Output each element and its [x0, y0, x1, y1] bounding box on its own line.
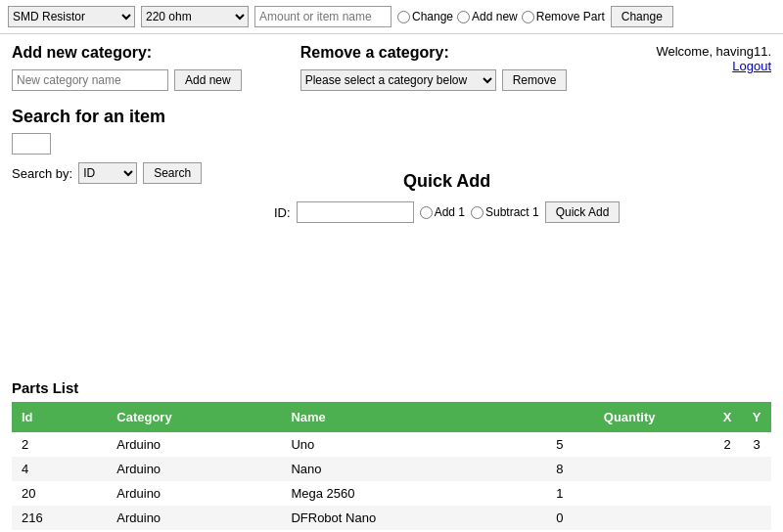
radio-change-text: Change — [412, 10, 453, 23]
quick-add-button[interactable]: Quick Add — [545, 201, 621, 223]
radio-removepart-label[interactable]: Remove Part — [522, 10, 605, 23]
radio-addnew-label[interactable]: Add new — [457, 10, 518, 23]
category-select[interactable]: SMD Resistor Arduino Bluetooth Capacitor — [8, 6, 135, 27]
cell-category: Arduino — [107, 481, 281, 506]
cell-name: DFRobot Nano — [281, 506, 546, 530]
welcome-area: Welcome, having11. Logout — [656, 44, 771, 73]
cell-x — [713, 481, 742, 506]
quick-add-subtract1-radio[interactable] — [471, 206, 484, 219]
item-name-input[interactable] — [254, 6, 392, 27]
radio-change-label[interactable]: Change — [397, 10, 453, 23]
cell-category: Arduino — [107, 506, 281, 530]
parts-table-header: Id Category Name Quantity X Y — [12, 402, 771, 432]
remove-category-button[interactable]: Remove — [502, 69, 568, 91]
welcome-text: Welcome, having11. — [656, 44, 771, 59]
cell-id: 20 — [12, 481, 107, 506]
parts-table-body: 2 Arduino Uno 5 2 3 4 Arduino Nano 8 20 … — [12, 432, 771, 532]
add-new-button[interactable]: Add new — [174, 69, 242, 91]
radio-addnew-text: Add new — [472, 10, 518, 23]
table-row: 216 Arduino DFRobot Nano 0 — [12, 506, 771, 530]
quick-add-section: Quick Add ID: Add 1 Subtract 1 Quick Add — [274, 171, 620, 223]
add-category-section: Add new category: Add new — [12, 44, 242, 91]
col-header-id: Id — [12, 402, 107, 432]
logout-link[interactable]: Logout — [732, 59, 771, 73]
col-header-name: Name — [281, 402, 546, 432]
remove-category-section: Remove a category: Please select a categ… — [300, 44, 568, 91]
action-radio-group: Change Add new Remove Part — [397, 10, 605, 23]
cell-x — [713, 506, 742, 530]
radio-addnew[interactable] — [457, 11, 470, 23]
quick-add-add1-radio[interactable] — [420, 206, 433, 219]
cell-id: 216 — [12, 506, 107, 530]
cell-id: 2 — [12, 432, 107, 457]
cell-x — [713, 457, 742, 481]
table-row: 4 Arduino Nano 8 — [12, 457, 771, 481]
quick-add-subtract1-text: Subtract 1 — [485, 205, 539, 219]
search-button[interactable]: Search — [143, 162, 202, 184]
quick-add-title: Quick Add — [274, 171, 620, 192]
cell-y: 3 — [742, 432, 771, 457]
parts-table-header-row: Id Category Name Quantity X Y — [12, 402, 771, 432]
cell-name: Nano — [281, 457, 546, 481]
value-select[interactable]: 220 ohm 100 ohm 470 ohm — [141, 6, 249, 27]
main-content: Welcome, having11. Logout Add new catego… — [0, 34, 783, 532]
search-title: Search for an item — [12, 107, 771, 127]
quick-add-id-input[interactable] — [297, 201, 414, 223]
add-category-title: Add new category: — [12, 44, 242, 62]
cell-quantity: 0 — [546, 506, 713, 530]
quick-add-add1-text: Add 1 — [435, 205, 465, 219]
cell-quantity: 5 — [546, 432, 713, 457]
cell-category: Arduino — [107, 457, 281, 481]
cell-quantity: 8 — [546, 457, 713, 481]
col-header-category: Category — [107, 402, 281, 432]
add-category-input-row: Add new — [12, 69, 242, 91]
cell-x: 2 — [713, 432, 742, 457]
col-header-quantity: Quantity — [546, 402, 713, 432]
cell-name: Uno — [281, 432, 546, 457]
cell-y — [742, 481, 771, 506]
search-value-input[interactable] — [12, 133, 51, 155]
radio-change[interactable] — [397, 11, 410, 23]
quick-add-row: ID: Add 1 Subtract 1 Quick Add — [274, 201, 620, 223]
change-button[interactable]: Change — [611, 6, 673, 27]
col-header-y: Y — [742, 402, 771, 432]
cell-id: 4 — [12, 457, 107, 481]
parts-table: Id Category Name Quantity X Y 2 Arduino … — [12, 402, 771, 532]
search-by-select[interactable]: ID Name Category — [78, 162, 137, 184]
col-header-x: X — [713, 402, 742, 432]
cell-y — [742, 506, 771, 530]
radio-removepart[interactable] — [522, 11, 534, 23]
remove-category-title: Remove a category: — [300, 44, 568, 62]
cell-name: Mega 2560 — [281, 481, 546, 506]
cell-quantity: 1 — [546, 481, 713, 506]
quick-add-subtract1-label[interactable]: Subtract 1 — [471, 205, 539, 219]
radio-removepart-text: Remove Part — [536, 10, 605, 23]
quick-add-add1-label[interactable]: Add 1 — [420, 205, 465, 219]
top-bar: SMD Resistor Arduino Bluetooth Capacitor… — [0, 0, 783, 34]
table-row: 2 Arduino Uno 5 2 3 — [12, 432, 771, 457]
cell-category: Arduino — [107, 432, 281, 457]
cell-y — [742, 457, 771, 481]
parts-list-title: Parts List — [12, 379, 771, 396]
search-by-label: Search by: — [12, 166, 72, 181]
remove-category-select[interactable]: Please select a category below — [300, 69, 496, 91]
quick-add-id-label: ID: — [274, 205, 291, 220]
parts-section: Parts List Id Category Name Quantity X Y… — [12, 379, 771, 532]
new-category-input[interactable] — [12, 69, 168, 91]
table-row: 20 Arduino Mega 2560 1 — [12, 481, 771, 506]
remove-category-input-row: Please select a category below Remove — [300, 69, 568, 91]
